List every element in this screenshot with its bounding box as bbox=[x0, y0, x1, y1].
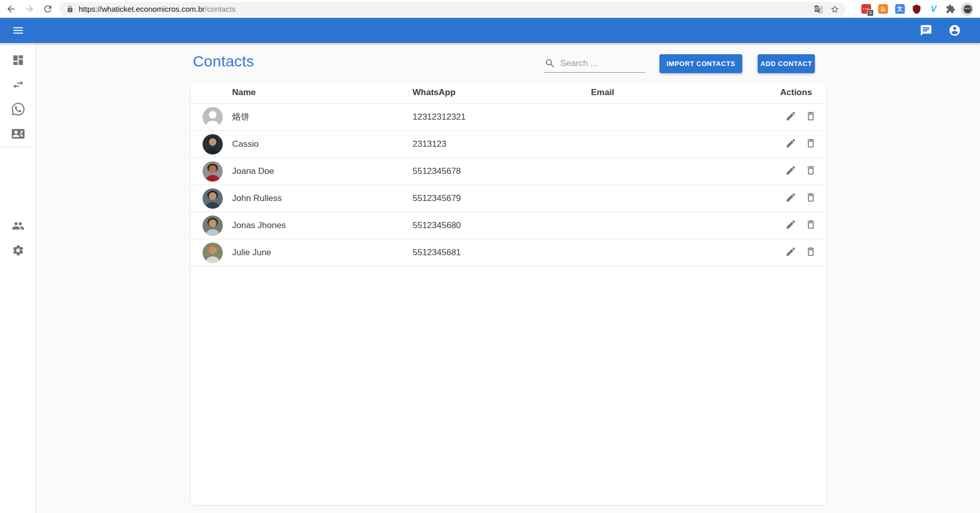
hamburger-icon bbox=[12, 24, 25, 37]
table-row: Jonas Jhones 5512345680 bbox=[191, 212, 827, 239]
extension-translate-button[interactable]: 文 bbox=[894, 3, 906, 15]
edit-contact-button[interactable] bbox=[784, 218, 797, 231]
column-header-whatsapp: WhatsApp bbox=[413, 82, 591, 103]
contact-email bbox=[591, 212, 780, 239]
delete-contact-button[interactable] bbox=[804, 137, 817, 150]
contact-email bbox=[591, 158, 780, 185]
search-icon bbox=[544, 58, 556, 69]
table-row: Cassio 2313123 bbox=[191, 130, 827, 158]
delete-contact-button[interactable] bbox=[804, 109, 817, 123]
browser-back-button[interactable] bbox=[4, 2, 18, 16]
bookmark-star-button[interactable] bbox=[829, 4, 840, 15]
sidebar-item-contacts[interactable] bbox=[0, 121, 36, 146]
sidebar-item-dashboard[interactable] bbox=[0, 48, 36, 72]
delete-contact-button[interactable] bbox=[804, 191, 817, 204]
edit-pencil-icon bbox=[785, 219, 796, 230]
edit-pencil-icon bbox=[785, 110, 796, 122]
address-bar[interactable]: https://whaticket.economicros.com.br/con… bbox=[59, 2, 846, 16]
account-circle-icon bbox=[948, 24, 961, 37]
browser-toolbar: https://whaticket.economicros.com.br/con… bbox=[0, 0, 980, 18]
edit-pencil-icon bbox=[785, 192, 796, 203]
delete-contact-button[interactable] bbox=[804, 245, 817, 258]
contact-avatar bbox=[202, 215, 223, 236]
column-header-actions: Actions bbox=[780, 82, 827, 103]
shield-icon bbox=[911, 4, 922, 14]
rss-icon bbox=[878, 4, 888, 14]
contact-whatsapp: 2313123 bbox=[413, 130, 591, 158]
sidebar-item-tickets[interactable] bbox=[0, 72, 36, 97]
add-contact-button[interactable]: ADD CONTACT bbox=[758, 54, 815, 73]
translate-icon bbox=[814, 5, 823, 14]
account-menu-button[interactable] bbox=[943, 19, 966, 42]
menu-toggle-button[interactable] bbox=[7, 19, 29, 42]
edit-contact-button[interactable] bbox=[784, 191, 797, 204]
edit-contact-button[interactable] bbox=[784, 109, 797, 123]
sidebar-item-settings[interactable] bbox=[0, 238, 36, 262]
dashboard-icon bbox=[12, 54, 25, 66]
browser-refresh-button[interactable] bbox=[41, 2, 55, 16]
edit-contact-button[interactable] bbox=[784, 164, 797, 177]
sidebar-item-connections[interactable] bbox=[0, 97, 36, 121]
edit-contact-button[interactable] bbox=[784, 245, 797, 258]
contact-whatsapp: 5512345680 bbox=[413, 212, 591, 239]
search-input[interactable] bbox=[560, 58, 637, 71]
contact-whatsapp: 5512345681 bbox=[413, 239, 591, 266]
people-icon bbox=[12, 219, 25, 232]
puzzle-icon bbox=[946, 4, 955, 14]
edit-pencil-icon bbox=[785, 165, 796, 176]
whatsapp-icon bbox=[12, 103, 25, 116]
table-row: Julie June 5512345681 bbox=[191, 239, 827, 266]
extension-ublock-button[interactable] bbox=[910, 3, 923, 15]
browser-forward-button[interactable] bbox=[22, 2, 36, 16]
delete-contact-button[interactable] bbox=[804, 218, 817, 231]
contact-avatar bbox=[202, 107, 223, 127]
contact-avatar bbox=[202, 188, 223, 209]
more-vert-icon bbox=[966, 4, 975, 13]
contact-name: 烙饼 bbox=[232, 103, 413, 130]
contact-name: Julie June bbox=[232, 239, 413, 266]
refresh-icon bbox=[42, 4, 53, 14]
contact-email bbox=[591, 130, 780, 158]
contacts-table-body: 烙饼 12312312321 Cassio 2 bbox=[191, 103, 827, 266]
contacts-table: Name WhatsApp Email Actions 烙饼 123123123… bbox=[191, 82, 827, 266]
extension-badge: 3 bbox=[867, 9, 874, 16]
contact-name: Jonas Jhones bbox=[232, 212, 413, 239]
app-bar bbox=[0, 18, 980, 43]
table-row: Joana Doe 5512345678 bbox=[191, 158, 827, 185]
extension-red-button[interactable]: ... 3 bbox=[860, 3, 872, 15]
swap-horiz-icon bbox=[12, 78, 25, 91]
contact-email bbox=[591, 239, 780, 266]
contact-avatar bbox=[202, 161, 223, 182]
table-row: John Rulless 5512345679 bbox=[191, 185, 827, 212]
contact-name: John Rulless bbox=[232, 185, 413, 212]
contact-name: Joana Doe bbox=[232, 158, 413, 185]
extensions-menu-button[interactable] bbox=[944, 3, 956, 15]
url-text: https://whaticket.economicros.com.br/con… bbox=[79, 5, 236, 13]
back-arrow-icon bbox=[6, 4, 16, 14]
trash-icon bbox=[805, 246, 816, 257]
extension-rss-button[interactable] bbox=[877, 3, 889, 15]
vimeo-icon: V bbox=[930, 4, 936, 14]
announcements-button[interactable] bbox=[915, 19, 937, 42]
translate-page-button[interactable] bbox=[813, 4, 824, 15]
contact-email bbox=[591, 185, 780, 212]
browser-menu-button[interactable] bbox=[964, 3, 977, 16]
trash-icon bbox=[805, 110, 816, 122]
contact-email bbox=[591, 103, 780, 130]
column-header-avatar bbox=[191, 82, 232, 103]
contact-card-icon bbox=[12, 127, 25, 140]
contact-whatsapp: 5512345679 bbox=[413, 185, 591, 212]
chat-icon bbox=[920, 24, 932, 37]
contacts-card: Name WhatsApp Email Actions 烙饼 123123123… bbox=[190, 82, 827, 505]
star-outline-icon bbox=[830, 5, 839, 14]
extension-vimeo-button[interactable]: V bbox=[927, 3, 940, 15]
trash-icon bbox=[805, 219, 816, 230]
contact-whatsapp: 12312312321 bbox=[413, 103, 591, 130]
table-header-row: Name WhatsApp Email Actions bbox=[191, 82, 827, 103]
delete-contact-button[interactable] bbox=[804, 164, 817, 177]
edit-contact-button[interactable] bbox=[784, 137, 797, 150]
sidebar-item-users[interactable] bbox=[0, 213, 36, 238]
sidebar-divider bbox=[0, 147, 36, 147]
trash-icon bbox=[805, 165, 816, 176]
import-contacts-button[interactable]: IMPORT CONTACTS bbox=[659, 54, 742, 73]
